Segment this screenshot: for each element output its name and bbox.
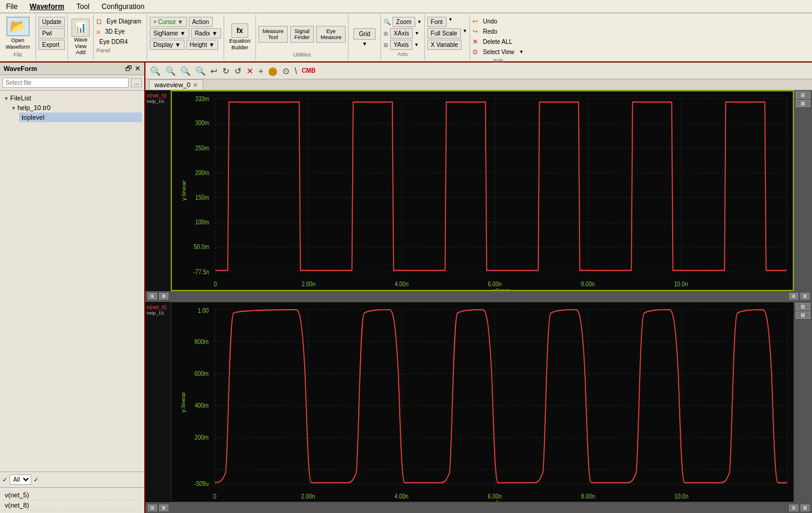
signal-finder-button[interactable]: SignalFinder: [290, 26, 314, 43]
signame-button[interactable]: SigName ▼: [150, 28, 189, 38]
sidebar-spacer: [0, 284, 144, 472]
wv-zoom-region-btn[interactable]: 🔍: [179, 66, 192, 76]
select-view-dropdown[interactable]: ▼: [519, 49, 524, 55]
zoom-dropdown-icon[interactable]: ▼: [417, 19, 422, 25]
wv-zoom-out-btn[interactable]: 🔍: [194, 66, 207, 76]
chart1-strip: ⊞ ⊠ ⊞ ⊠: [145, 291, 812, 302]
zoom-button[interactable]: Zoom: [392, 17, 415, 27]
measure-tool-button[interactable]: MeasureTool: [258, 26, 288, 43]
chart1-strip-btn4[interactable]: ⊠: [801, 293, 810, 300]
xaxis-button[interactable]: XAxis: [390, 28, 413, 38]
cursor-button[interactable]: + Cursor ▼: [150, 17, 187, 27]
tree-toplevel[interactable]: toplevel: [19, 112, 142, 122]
equation-builder-label: EquationBuilder: [229, 38, 251, 51]
open-waveform-icon[interactable]: 📂: [7, 17, 29, 36]
tree-grandchildren: toplevel: [10, 112, 142, 122]
menu-tool[interactable]: Tool: [70, 1, 96, 12]
chart2-ctrl-2[interactable]: ⊠: [796, 312, 810, 319]
chart2-container: v(net_8) help_10.: [145, 302, 812, 503]
equation-builder-button[interactable]: fx: [231, 23, 249, 38]
height-button[interactable]: Height ▼: [186, 40, 219, 50]
equation-builder-section: fx EquationBuilder: [224, 14, 256, 60]
font-dropdown[interactable]: ▼: [448, 17, 453, 27]
chart2-strip-btn1[interactable]: ⊞: [148, 505, 157, 511]
tree-filelist[interactable]: ▾ FileList: [2, 93, 142, 103]
chart1-ctrl-2[interactable]: ⊠: [796, 100, 810, 107]
chart1-svg: 333m 300m 250m 200m 150m 100m 50.0m -77.…: [172, 91, 793, 290]
svg-text:-77.5n: -77.5n: [194, 268, 209, 275]
chart2-ctrl-1[interactable]: ⊞: [796, 303, 810, 310]
eye-measure-button[interactable]: EyeMeasure: [316, 26, 346, 43]
3d-eye-button[interactable]: 3D Eye: [102, 27, 128, 36]
display-button[interactable]: Display ▼: [150, 40, 184, 50]
font-button[interactable]: Font: [427, 17, 447, 27]
delete-all-button[interactable]: Delete ALL: [480, 37, 515, 46]
wv-line-btn[interactable]: \: [293, 66, 298, 76]
sidebar-header-icons: 🗗 ✕: [125, 64, 141, 73]
xvariable-button[interactable]: X Variable: [427, 40, 462, 50]
xaxis-dropdown-icon[interactable]: ▼: [415, 31, 420, 36]
redo-button[interactable]: Redo: [480, 27, 500, 36]
signal-vnet5[interactable]: v(net_5): [2, 490, 142, 500]
fullscale-dropdown[interactable]: ▼: [463, 28, 468, 38]
fullscale-button[interactable]: Full Scale: [427, 28, 461, 38]
svg-text:8.00n: 8.00n: [581, 280, 594, 287]
tree-help10[interactable]: ▾ help_10.tr0: [10, 103, 142, 112]
wv-zoom-in-btn[interactable]: 🔍: [149, 66, 162, 76]
chart2-strip-btn2[interactable]: ⊠: [159, 505, 168, 511]
signal-vnet8[interactable]: v(net_8): [2, 500, 142, 511]
wv-cmb-btn[interactable]: CMB: [301, 67, 317, 74]
wv-add-btn[interactable]: +: [257, 66, 264, 76]
chart1-plot[interactable]: 333m 300m 250m 200m 150m 100m 50.0m -77.…: [171, 90, 794, 291]
pwl-button[interactable]: Pwl: [38, 28, 65, 38]
tree-children: ▾ help_10.tr0 toplevel: [2, 103, 142, 122]
search-input[interactable]: [2, 78, 129, 88]
action-button[interactable]: Action: [189, 17, 213, 27]
chart2-plot[interactable]: 1.00 800m 600m 400m 200m -509u 0 2.00n 4…: [171, 302, 794, 503]
redo-icon: ↪: [472, 28, 478, 35]
wv-zoom-fit-btn[interactable]: 🔍: [164, 66, 177, 76]
grid-button[interactable]: Grid: [353, 28, 376, 40]
wv-back-btn[interactable]: ↺: [233, 66, 243, 76]
yaxis-button[interactable]: YAxis: [390, 40, 412, 50]
sidebar-restore-icon[interactable]: 🗗: [125, 64, 132, 73]
export-button[interactable]: Export: [38, 40, 65, 50]
wv-undo-btn[interactable]: ↩: [209, 66, 219, 76]
menu-file[interactable]: File: [0, 1, 23, 12]
svg-text:150m: 150m: [195, 194, 209, 201]
footer-select[interactable]: All: [10, 475, 31, 485]
menu-waveform[interactable]: Waveform: [23, 1, 70, 12]
tab-close-icon[interactable]: ✕: [193, 82, 198, 88]
chart1-ctrl-1[interactable]: ⊞: [796, 91, 810, 99]
menu-configuration[interactable]: Configuration: [96, 1, 150, 12]
wv-stop-btn[interactable]: ✕: [245, 66, 255, 76]
chart1-strip-btn1[interactable]: ⊞: [148, 293, 157, 300]
panel-label: Panel: [96, 48, 144, 54]
svg-text:0: 0: [213, 492, 217, 499]
wv-marker-btn[interactable]: ⬤: [267, 66, 279, 76]
chart1-strip-btn2[interactable]: ⊠: [159, 293, 168, 300]
radix-button[interactable]: Radix ▼: [191, 28, 221, 38]
chart2-strip-btn4[interactable]: ⊠: [801, 505, 810, 511]
eye-ddr4-button[interactable]: Eye DDR4: [96, 37, 130, 46]
yaxis-dropdown-icon[interactable]: ▼: [414, 42, 419, 48]
undo-button[interactable]: Undo: [480, 17, 500, 26]
wv-cursor-btn[interactable]: ⊙: [281, 66, 291, 76]
svg-text:6.00n: 6.00n: [488, 280, 502, 287]
wv-redo-btn[interactable]: ↻: [221, 66, 231, 76]
svg-text:2.00n: 2.00n: [302, 280, 316, 287]
eye-diagram-button[interactable]: Eye Diagram: [103, 17, 144, 26]
waveview-tabs: waveview_0 ✕: [145, 79, 812, 90]
waveview-tab-0[interactable]: waveview_0 ✕: [149, 79, 203, 90]
select-view-button[interactable]: Select View: [480, 48, 517, 57]
svg-text:250m: 250m: [195, 144, 209, 152]
chart2-strip-btn3[interactable]: ⊞: [789, 505, 798, 511]
sidebar-close-icon[interactable]: ✕: [135, 64, 141, 73]
xaxis-icon: ⊞: [383, 31, 388, 37]
grid-dropdown[interactable]: ▼: [362, 41, 367, 47]
chart1-strip-btn3[interactable]: ⊞: [789, 293, 798, 300]
svg-text:4.00n: 4.00n: [395, 280, 409, 287]
update-button[interactable]: Update: [38, 17, 65, 27]
wave-view-icon[interactable]: 📊: [72, 19, 90, 37]
search-ellipsis-button[interactable]: ...: [131, 78, 142, 87]
